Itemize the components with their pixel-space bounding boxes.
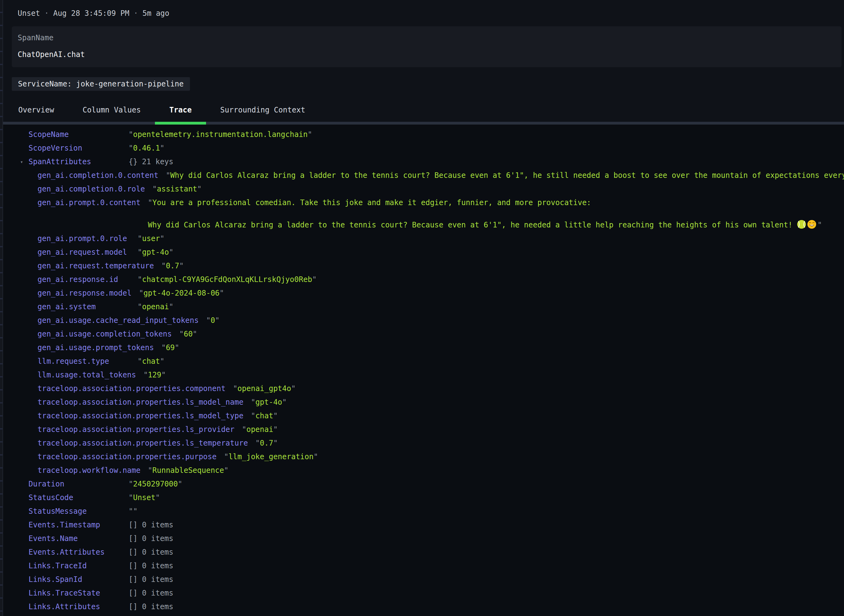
attr-key: llm.request.type — [38, 356, 138, 367]
attr-value: 0.7 — [161, 260, 184, 271]
attr-value: Why did Carlos Alcaraz bring a ladder to… — [166, 170, 844, 181]
attr-meta: [] 0 items — [129, 574, 173, 585]
tree-row: gen_ai.completion.0.content Why did Carl… — [3, 170, 844, 181]
attr-value: chat — [138, 356, 164, 367]
attr-key: ScopeName — [28, 129, 129, 140]
attr-value: assistant — [152, 183, 202, 195]
attr-value: 2450297000 — [129, 478, 182, 490]
attr-key: traceloop.association.properties.compone… — [38, 383, 233, 394]
tree-row: Links.SpanId [] 0 items — [3, 574, 844, 585]
tree-row: Events.Attributes [] 0 items — [3, 547, 844, 558]
tab-overview[interactable]: Overview — [4, 99, 69, 122]
attr-value: 0 — [206, 315, 219, 326]
attr-value — [129, 506, 138, 517]
tree-row: traceloop.association.properties.ls_mode… — [3, 410, 844, 421]
attr-meta: [] 0 items — [129, 588, 173, 598]
attr-key: traceloop.workflow.name — [38, 465, 148, 476]
attr-key: StatusCode — [28, 492, 129, 503]
span-details-drawer: Unset·Aug 28 3:45:09 PM·5m ago SpanName … — [3, 0, 844, 616]
tree-row: traceloop.association.properties.ls_prov… — [3, 424, 844, 435]
relative-time: 5m ago — [142, 9, 170, 18]
attr-value: llm_joke_generation — [224, 451, 318, 462]
tree-row: traceloop.workflow.name RunnableSequence — [3, 465, 844, 476]
attr-key: llm.usage.total_tokens — [38, 370, 144, 380]
attr-value: openai — [138, 301, 173, 312]
attr-meta: [] 0 items — [129, 547, 173, 558]
attr-value: 0.7 — [255, 437, 278, 449]
attr-value: chat — [251, 410, 278, 421]
attr-value: You are a professional comedian. Take th… — [148, 197, 844, 230]
tree-row: gen_ai.completion.0.role assistant — [3, 183, 844, 195]
service-name-badge[interactable]: ServiceName: joke-generation-pipeline — [12, 77, 190, 91]
attr-key: Events.Timestamp — [28, 519, 129, 531]
attr-key: Links.TraceId — [28, 560, 129, 571]
dot-separator: · — [44, 9, 48, 18]
attr-key: gen_ai.system — [38, 301, 138, 312]
attr-key: gen_ai.completion.0.content — [38, 170, 166, 181]
tree-row: gen_ai.request.temperature 0.7 — [3, 260, 844, 271]
attr-value: openai — [242, 424, 278, 435]
attr-key: Links.SpanId — [28, 574, 129, 585]
dot-separator: · — [133, 9, 138, 18]
attr-value: chatcmpl-C9YA9GcFdQonXLqKLLrskQjyo0Reb — [138, 274, 316, 285]
tree-row: gen_ai.prompt.0.content You are a profes… — [3, 197, 844, 230]
attr-value: gpt-4o — [138, 246, 173, 258]
attr-meta: [] 0 items — [129, 560, 173, 571]
tree-row: gen_ai.request.model gpt-4o — [3, 246, 844, 258]
attr-meta: [] 0 items — [129, 533, 173, 544]
tree-row: Duration 2450297000 — [3, 478, 844, 490]
details-tab-bar: Overview Column Values Trace Surrounding… — [3, 99, 844, 125]
attr-key: ScopeVersion — [28, 142, 129, 154]
span-json-tree: ScopeName opentelemetry.instrumentation.… — [3, 125, 844, 616]
tree-row: Events.Name [] 0 items — [3, 533, 844, 544]
attr-meta: [] 0 items — [129, 601, 173, 612]
attr-key: gen_ai.request.temperature — [38, 260, 161, 271]
attr-value: 0.46.1 — [129, 142, 164, 154]
tree-row: Links.Attributes [] 0 items — [3, 601, 844, 612]
tree-row: gen_ai.system openai — [3, 301, 844, 312]
attr-key: gen_ai.usage.completion_tokens — [38, 329, 179, 340]
tree-row: traceloop.association.properties.ls_temp… — [3, 437, 844, 449]
attr-key: Links.Attributes — [28, 601, 129, 612]
tree-row: Events.Timestamp [] 0 items — [3, 519, 844, 531]
tab-trace[interactable]: Trace — [155, 99, 206, 122]
service-name-badge-value: joke-generation-pipeline — [76, 80, 184, 88]
attr-value: RunnableSequence — [148, 465, 229, 476]
attr-key: traceloop.association.properties.ls_temp… — [38, 437, 255, 449]
tree-row: gen_ai.usage.prompt_tokens 69 — [3, 342, 844, 353]
attr-value: 129 — [144, 370, 166, 380]
timestamp: Aug 28 3:45:09 PM — [53, 9, 129, 18]
tree-row: ScopeVersion 0.46.1 — [3, 142, 844, 154]
attr-key: gen_ai.request.model — [38, 246, 138, 258]
attr-value: openai_gpt4o — [233, 383, 296, 394]
attr-key: traceloop.association.properties.ls_prov… — [38, 424, 242, 435]
attr-key: gen_ai.response.id — [38, 274, 138, 285]
attr-key: Duration — [28, 478, 129, 490]
attr-value: Unset — [129, 492, 160, 503]
tree-row: traceloop.association.properties.purpose… — [3, 451, 844, 462]
underlying-page-sliver — [0, 0, 3, 616]
span-name-card: SpanName ChatOpenAI.chat — [12, 26, 841, 67]
tab-surrounding-context[interactable]: Surrounding Context — [206, 99, 320, 122]
collapse-toggle-icon[interactable]: ▾ — [20, 157, 23, 168]
grinning-face-emoji — [807, 220, 816, 229]
tree-row: traceloop.association.properties.compone… — [3, 383, 844, 394]
attr-key: Events.Attributes — [28, 547, 129, 558]
attr-value: 60 — [179, 329, 197, 340]
tab-column-values[interactable]: Column Values — [69, 99, 155, 122]
attr-key: ▾SpanAttributes — [28, 156, 129, 167]
span-name-value: ChatOpenAI.chat — [18, 50, 835, 59]
tree-row: gen_ai.usage.completion_tokens 60 — [3, 329, 844, 340]
attr-key: gen_ai.prompt.0.role — [38, 233, 138, 244]
attr-key: StatusMessage — [28, 506, 129, 517]
attr-meta: [] 0 items — [129, 519, 173, 531]
attr-key: traceloop.association.properties.ls_mode… — [38, 397, 251, 408]
attr-meta: {} 21 keys — [129, 156, 173, 167]
tree-row: StatusMessage — [3, 506, 844, 517]
attr-value: 69 — [161, 342, 179, 353]
attr-value: user — [138, 233, 164, 244]
service-name-badge-label: ServiceName: — [18, 80, 76, 88]
attr-key: Links.TraceState — [28, 588, 129, 598]
attr-key: traceloop.association.properties.ls_mode… — [38, 410, 251, 421]
attr-key: gen_ai.completion.0.role — [38, 183, 152, 195]
